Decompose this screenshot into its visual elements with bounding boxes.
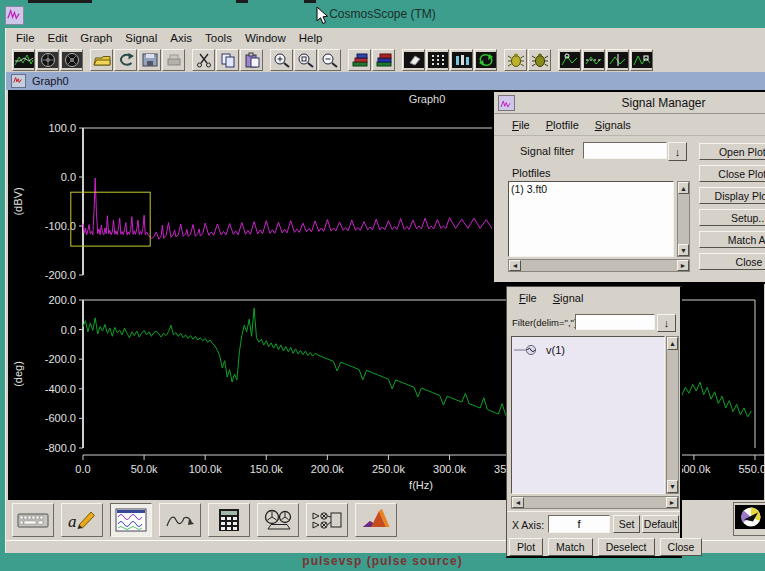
plotfiles-horizontal-scrollbar[interactable]: ◄ ► <box>508 259 690 272</box>
matlab-icon[interactable] <box>355 503 397 537</box>
annotate-icon[interactable]: a <box>61 503 103 537</box>
graph-window-titlebar[interactable]: Graph0 <box>6 72 765 90</box>
waveform-viewer-icon[interactable] <box>110 503 152 537</box>
scroll-left-button[interactable]: ◄ <box>512 497 524 508</box>
measure-3-icon[interactable] <box>606 49 629 71</box>
undo-icon[interactable] <box>114 49 137 71</box>
sb-menu-signal[interactable]: Signal <box>553 292 584 304</box>
measure-1-glyph <box>560 52 580 68</box>
sb-button-close[interactable]: Close <box>660 538 703 556</box>
bug-b-icon[interactable] <box>528 49 551 71</box>
signal-filter-input[interactable] <box>583 142 667 159</box>
zoom-box-icon[interactable] <box>294 49 317 71</box>
sb-button-match[interactable]: Match <box>548 538 593 556</box>
print-icon[interactable] <box>162 49 185 71</box>
bug-a-icon[interactable] <box>504 49 527 71</box>
xaxis-set-button[interactable]: Set <box>613 515 640 533</box>
sm-menu-plotfile[interactable]: Plotfile <box>546 119 579 131</box>
plotfile-stack-2-icon[interactable] <box>372 49 395 71</box>
measure-1-icon[interactable] <box>558 49 581 71</box>
sm-button-match-all[interactable]: Match All <box>699 231 765 248</box>
y-tick-label: -200.0 <box>45 353 76 365</box>
menu-help[interactable]: Help <box>299 32 323 44</box>
signal-browser-filter-dropdown-button[interactable]: ↓ <box>657 314 676 332</box>
scroll-right-button[interactable]: ► <box>677 260 689 271</box>
plotfile-stack-icon[interactable] <box>348 49 371 71</box>
plotfile-1-3-ft0[interactable]: (1) 3.ft0 <box>511 183 671 195</box>
measure-3-glyph <box>608 52 628 68</box>
x-tick-label: 150.0k <box>250 463 284 475</box>
plotfiles-listbox[interactable]: (1) 3.ft0 <box>508 181 674 257</box>
zoom-in-icon[interactable] <box>270 49 293 71</box>
xaxis-input[interactable] <box>548 515 610 533</box>
reel-b-icon[interactable] <box>60 49 83 71</box>
keyboard-icon[interactable] <box>12 503 54 537</box>
panels-icon[interactable] <box>450 49 473 71</box>
signals-horizontal-scrollbar[interactable]: ◄ ► <box>511 496 679 509</box>
sm-button-setup[interactable]: Setup... <box>699 209 765 226</box>
plotfiles-label: Plotfiles <box>512 167 551 179</box>
signal-flow-icon[interactable] <box>306 503 348 537</box>
measure-4-icon[interactable] <box>630 49 653 71</box>
sb-menu-file[interactable]: File <box>519 292 537 304</box>
sm-button-close-plotfile[interactable]: Close Plotfile <box>699 165 765 182</box>
open-plotfile-icon[interactable] <box>90 49 113 71</box>
eraser-icon[interactable] <box>402 49 425 71</box>
menu-graph[interactable]: Graph <box>80 32 112 44</box>
sm-button-close[interactable]: Close <box>699 253 765 270</box>
waveform-viewer-glyph <box>115 508 147 532</box>
panels-glyph <box>452 52 472 68</box>
menu-signal[interactable]: Signal <box>125 32 157 44</box>
grid-dots-icon[interactable] <box>426 49 449 71</box>
signal-filter-label: Signal filter <box>520 145 574 157</box>
sb-button-plot[interactable]: Plot <box>509 538 543 556</box>
sm-button-display-plotfile[interactable]: Display Plotfile <box>699 187 765 204</box>
arrow-down-icon: ▼ <box>669 483 676 490</box>
signals-tree-list[interactable]: v(1) <box>511 336 665 494</box>
zoom-in-glyph <box>272 52 292 68</box>
scroll-left-button[interactable]: ◄ <box>509 260 521 271</box>
toolbar-group <box>90 49 186 71</box>
scroll-up-button[interactable]: ▲ <box>667 337 678 350</box>
graph-window-icon <box>11 74 26 88</box>
sb-button-deselect[interactable]: Deselect <box>598 538 655 556</box>
sm-menu-file[interactable]: File <box>512 119 530 131</box>
plotfiles-vertical-scrollbar[interactable]: ▲ ▼ <box>677 181 690 257</box>
sm-button-open-plotfile[interactable]: Open Plotfile <box>699 143 765 160</box>
waveform-display-icon[interactable] <box>12 49 35 71</box>
signals-vertical-scrollbar[interactable]: ▲ ▼ <box>666 336 679 494</box>
signal-browser-filter-input[interactable] <box>575 314 655 330</box>
y-tick-label: -800.0 <box>45 442 76 454</box>
zoom-out-icon[interactable] <box>318 49 341 71</box>
xaxis-default-button[interactable]: Default <box>642 515 679 533</box>
signal-tree-item[interactable]: v(1) <box>512 337 664 356</box>
tape-deck-icon[interactable] <box>257 503 299 537</box>
paste-icon[interactable] <box>240 49 263 71</box>
pinwheel-tool-button[interactable] <box>733 502 765 536</box>
signal-manager-titlebar[interactable]: Signal Manager <box>494 92 765 114</box>
copy-icon[interactable] <box>216 49 239 71</box>
signal-browser-buttons: PlotMatchDeselectClose <box>509 538 702 556</box>
calculator-icon[interactable] <box>208 503 250 537</box>
scroll-down-button[interactable]: ▼ <box>667 480 678 493</box>
menu-tools[interactable]: Tools <box>205 32 232 44</box>
save-icon[interactable] <box>138 49 161 71</box>
menu-window[interactable]: Window <box>245 32 286 44</box>
pinwheel-icon[interactable] <box>735 505 765 533</box>
cut-icon[interactable] <box>192 49 215 71</box>
reel-a-icon[interactable] <box>36 49 59 71</box>
measure-2-glyph <box>584 52 604 68</box>
reel-b-glyph <box>62 52 82 68</box>
menu-file[interactable]: File <box>16 32 35 44</box>
sm-menu-signals[interactable]: Signals <box>595 119 631 131</box>
measure-2-icon[interactable] <box>582 49 605 71</box>
scribble-icon[interactable] <box>159 503 201 537</box>
scroll-up-button[interactable]: ▲ <box>678 182 689 194</box>
refresh-icon[interactable] <box>474 49 497 71</box>
y-tick-label: -400.0 <box>45 383 76 395</box>
signal-filter-dropdown-button[interactable]: ↓ <box>668 142 687 161</box>
scroll-right-button[interactable]: ► <box>666 497 678 508</box>
menu-edit[interactable]: Edit <box>48 32 68 44</box>
menu-axis[interactable]: Axis <box>170 32 192 44</box>
scroll-down-button[interactable]: ▼ <box>678 244 689 256</box>
